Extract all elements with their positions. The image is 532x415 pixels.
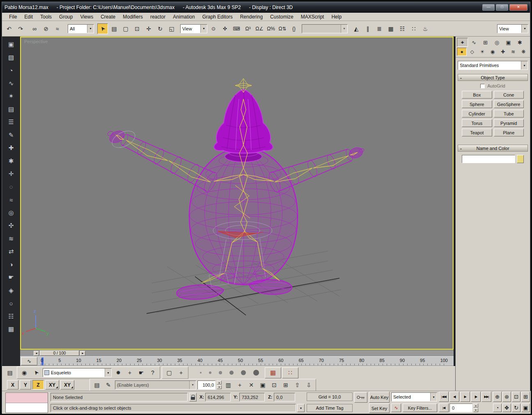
selection-lock-button[interactable]: [189, 393, 197, 401]
delete-layer-icon[interactable]: ✕: [246, 380, 257, 390]
fracture-icon[interactable]: ✣: [5, 220, 17, 231]
category-lights-icon[interactable]: ☀: [477, 48, 487, 56]
chevron-down-icon[interactable]: ▾: [200, 25, 207, 33]
prismatic-constraint-icon[interactable]: ✛: [5, 168, 17, 179]
tab-create-icon[interactable]: ✦: [457, 38, 468, 47]
object-type-button[interactable]: Tube: [494, 110, 524, 118]
category-helpers-icon[interactable]: ✚: [498, 48, 508, 56]
menu-item[interactable]: Edit: [21, 13, 37, 21]
minimize-button[interactable]: —: [482, 4, 495, 11]
select-cursor-icon[interactable]: ➤: [31, 367, 41, 378]
key-mode-dropdown[interactable]: Selected ▾: [391, 392, 437, 401]
rigid-body-collection-icon[interactable]: ▣: [5, 39, 17, 50]
listener-script-pane[interactable]: [6, 403, 48, 413]
select-and-link-icon[interactable]: ∞: [29, 23, 40, 34]
menu-item[interactable]: Graph Editors: [199, 13, 236, 21]
angle-snap-icon[interactable]: Ω∠: [254, 23, 265, 34]
maxscript-mini-listener[interactable]: [5, 392, 48, 413]
spinner-snap-icon[interactable]: Ω⇅: [277, 23, 288, 34]
zoom-all-icon[interactable]: ⊛: [502, 392, 511, 402]
key-filters-button[interactable]: Key Filters...: [403, 403, 437, 412]
spinner-up-icon[interactable]: ▴: [473, 403, 478, 408]
solver-icon[interactable]: ○: [5, 298, 17, 309]
close-button[interactable]: ✕: [509, 4, 527, 11]
deforming-mesh-icon[interactable]: ✶: [5, 91, 17, 101]
current-time-field[interactable]: 0: [449, 403, 472, 412]
layer-manager-icon[interactable]: ≣: [374, 23, 385, 34]
select-and-manipulate-icon[interactable]: ✜: [220, 23, 230, 34]
layer-weight-field[interactable]: 100,0: [197, 380, 216, 390]
select-and-move-icon[interactable]: ✛: [143, 23, 154, 34]
default-tangent-button[interactable]: ∿: [391, 403, 401, 412]
autogrid-checkbox[interactable]: [480, 84, 485, 88]
menu-item[interactable]: Help: [328, 13, 345, 21]
edit-named-selection-sets-icon[interactable]: {}: [289, 23, 299, 34]
track-view-dock-icon[interactable]: ▤: [5, 367, 15, 378]
perspective-viewport[interactable]: Perspective: [20, 37, 454, 350]
window-crossing-icon[interactable]: ⊡: [132, 23, 142, 34]
object-type-button[interactable]: Torus: [462, 119, 492, 127]
wind-icon[interactable]: ≈: [5, 194, 17, 205]
dot-size-4[interactable]: [229, 371, 234, 375]
category-space-warps-icon[interactable]: ≋: [508, 48, 518, 56]
mini-curve-editor-button[interactable]: ∿: [21, 357, 37, 365]
dot-size-1[interactable]: [200, 372, 202, 374]
use-pivot-point-center-icon[interactable]: ⊙: [208, 23, 219, 34]
preview-animation-icon[interactable]: ◑: [5, 259, 17, 270]
curve-editor-icon[interactable]: ▦: [385, 23, 396, 34]
category-geometry-icon[interactable]: ●: [457, 48, 467, 56]
track-bar[interactable]: ∿ 05101520253035404550556065707580859095…: [20, 356, 454, 366]
pick-cursor-icon[interactable]: ☛: [136, 367, 147, 378]
maximize-button[interactable]: □: [496, 4, 508, 11]
object-name-input[interactable]: [462, 155, 515, 163]
pan-icon[interactable]: ✥: [502, 403, 511, 412]
key-table-icon[interactable]: ▦: [265, 367, 281, 378]
axis-constraint-plane-flyout[interactable]: XY: [60, 380, 74, 390]
category-cameras-icon[interactable]: ◉: [488, 48, 498, 56]
axis-constraint-y[interactable]: Y: [20, 380, 31, 390]
select-and-rotate-icon[interactable]: ↻: [155, 23, 165, 34]
marquee-select-icon[interactable]: ▢: [164, 367, 174, 378]
category-shapes-icon[interactable]: ◇: [467, 48, 477, 56]
menu-item[interactable]: Animation: [169, 13, 198, 21]
object-type-button[interactable]: Cone: [494, 91, 524, 99]
menu-item[interactable]: Views: [76, 13, 97, 21]
time-slider-track[interactable]: ◂ 0 / 100 ▸: [20, 350, 454, 356]
previous-frame-arrow[interactable]: ◂: [34, 351, 39, 356]
set-keys-button[interactable]: [354, 392, 367, 403]
title-bar[interactable]: Pablo Morsa12.max - Project Folder: C:\U…: [2, 2, 530, 13]
active-layer-dropdown[interactable]: Esqueleto ▾: [43, 368, 112, 377]
axis-constraint-x[interactable]: X: [7, 380, 18, 390]
tab-display-icon[interactable]: ▣: [503, 38, 514, 47]
soft-body-collection-icon[interactable]: ◔: [5, 65, 17, 76]
menu-item[interactable]: Tools: [37, 13, 55, 21]
spring-icon[interactable]: ☰: [5, 117, 17, 127]
menu-item[interactable]: Customize: [266, 13, 297, 21]
dot-size-6[interactable]: [253, 370, 259, 376]
add-key-icon[interactable]: +: [176, 367, 186, 378]
layer-down-icon[interactable]: ⇩: [303, 380, 314, 390]
object-type-button[interactable]: Plane: [494, 129, 524, 136]
spinner-down-icon[interactable]: ▾: [217, 385, 222, 389]
select-object-button[interactable]: ➤: [97, 23, 108, 34]
rope-collection-icon[interactable]: ∿: [5, 78, 17, 89]
car-wheel-constraint-icon[interactable]: ◌: [5, 182, 17, 192]
rectangular-selection-region-icon[interactable]: ▢: [120, 23, 131, 34]
unlink-selection-icon[interactable]: ⊘: [41, 23, 51, 34]
utilities-open-icon[interactable]: ▦: [5, 324, 17, 334]
head-star-helper[interactable]: [235, 78, 252, 92]
viewport-canvas[interactable]: z x y: [21, 37, 453, 349]
menu-item[interactable]: Group: [55, 13, 76, 21]
object-type-button[interactable]: Pyramid: [494, 119, 524, 127]
copy-layer-icon[interactable]: ▣: [257, 380, 268, 390]
analyze-world-icon[interactable]: ◈: [5, 285, 17, 296]
object-type-button[interactable]: Teapot: [462, 129, 492, 136]
bind-to-space-warp-icon[interactable]: ≈: [52, 23, 63, 34]
object-color-swatch[interactable]: [517, 155, 524, 163]
tab-motion-icon[interactable]: ◎: [491, 38, 502, 47]
selection-filter-dropdown[interactable]: All ▾: [68, 24, 94, 33]
percent-snap-icon[interactable]: Ω%: [266, 23, 276, 34]
object-type-button[interactable]: Box: [462, 91, 492, 99]
tab-hierarchy-icon[interactable]: ⊞: [480, 38, 491, 47]
reference-coordinate-dropdown[interactable]: View ▾: [180, 24, 207, 33]
